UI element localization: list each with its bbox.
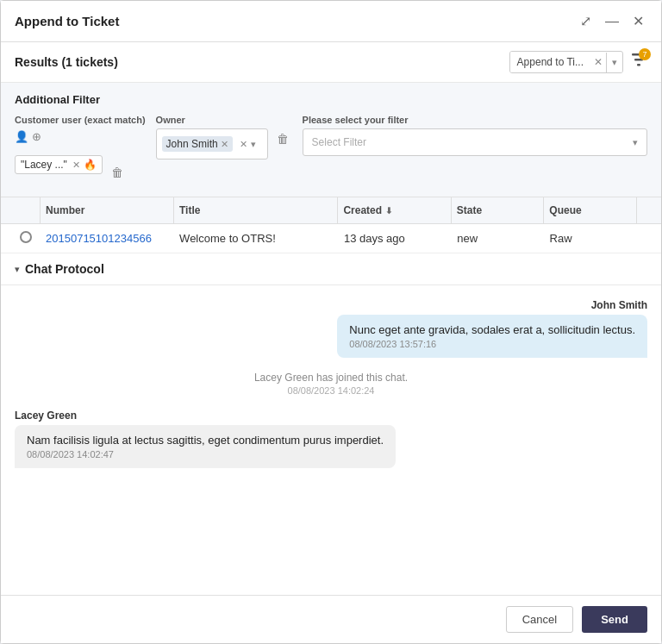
minimize-icon[interactable]: — bbox=[602, 12, 622, 31]
append-button-label: Append to Ti... bbox=[510, 52, 590, 72]
select-filter-group: Please select your filter Select Filter … bbox=[303, 115, 647, 156]
results-table: Number Title Created ⬇ State Queue 20150… bbox=[1, 197, 661, 253]
customer-tag: "Lacey ..." ✕ 🔥 bbox=[15, 155, 103, 174]
customer-tag-text: "Lacey ..." bbox=[21, 159, 67, 171]
td-title: Welcome to OTRS! bbox=[174, 225, 339, 252]
filter-icon-btn[interactable]: 7 bbox=[630, 52, 647, 73]
modal-header-icons: ⤢ — ✕ bbox=[577, 11, 647, 31]
toolbar-right: Append to Ti... ✕ ▾ 7 bbox=[509, 51, 647, 73]
td-check[interactable] bbox=[15, 224, 41, 253]
chat-collapse-icon: ▾ bbox=[15, 264, 20, 275]
th-number-label: Number bbox=[46, 204, 84, 216]
th-empty bbox=[637, 197, 647, 223]
filter-title: Additional Filter bbox=[15, 93, 647, 106]
chat-header-label: Chat Protocol bbox=[25, 262, 104, 276]
msg-sender-lacey: Lacey Green bbox=[15, 410, 77, 422]
owner-chevron-area: ✕ ▾ bbox=[240, 139, 256, 150]
owner-filter-label: Owner bbox=[156, 115, 292, 125]
msg-bubble-lacey: Nam facilisis ligula at lectus sagittis,… bbox=[15, 425, 396, 468]
send-button[interactable]: Send bbox=[582, 606, 647, 633]
th-title: Title bbox=[174, 197, 338, 223]
chat-messages: John Smith Nunc eget ante gravida, sodal… bbox=[1, 285, 661, 595]
customer-tag-container: "Lacey ..." ✕ 🔥 🗑 bbox=[15, 147, 146, 183]
msg-time-lacey: 08/08/2023 14:02:47 bbox=[27, 449, 384, 460]
expand-icon[interactable]: ⤢ bbox=[577, 11, 595, 31]
customer-add-icon[interactable]: ⊕ bbox=[32, 130, 41, 143]
modal-container: Append to Ticket ⤢ — ✕ Results (1 ticket… bbox=[0, 0, 662, 644]
chat-header[interactable]: ▾ Chat Protocol bbox=[1, 253, 661, 285]
system-message-time: 08/08/2023 14:02:24 bbox=[15, 385, 647, 396]
th-select bbox=[15, 197, 41, 223]
append-button[interactable]: Append to Ti... ✕ ▾ bbox=[509, 51, 623, 73]
th-queue: Queue bbox=[544, 197, 637, 223]
customer-filter-icons: 👤 ⊕ bbox=[15, 130, 146, 143]
toolbar-row: Results (1 tickets) Append to Ti... ✕ ▾ … bbox=[1, 42, 661, 83]
customer-filter-label: Customer user (exact match) bbox=[15, 115, 146, 125]
td-queue: Raw bbox=[545, 225, 637, 252]
chat-system-message: Lacey Green has joined this chat. 08/08/… bbox=[15, 372, 647, 396]
th-queue-label: Queue bbox=[549, 204, 581, 216]
td-state: new bbox=[452, 225, 544, 252]
th-title-label: Title bbox=[179, 204, 200, 216]
msg-bubble-john: Nunc eget ante gravida, sodales erat a, … bbox=[337, 315, 647, 358]
select-filter-placeholder: Select Filter bbox=[312, 136, 366, 148]
filter-section: Additional Filter Customer user (exact m… bbox=[1, 83, 661, 197]
th-created-label: Created bbox=[343, 204, 382, 216]
chat-message-john: John Smith Nunc eget ante gravida, sodal… bbox=[15, 299, 647, 358]
msg-text-lacey: Nam facilisis ligula at lectus sagittis,… bbox=[27, 434, 384, 447]
close-icon[interactable]: ✕ bbox=[629, 11, 647, 31]
owner-tag: John Smith ✕ bbox=[162, 136, 233, 152]
customer-delete-btn[interactable]: 🗑 bbox=[108, 162, 127, 183]
owner-chevron-icon[interactable]: ▾ bbox=[251, 139, 256, 150]
th-created[interactable]: Created ⬇ bbox=[338, 197, 451, 223]
modal-footer: Cancel Send bbox=[1, 595, 661, 643]
owner-input-area[interactable]: John Smith ✕ ✕ ▾ bbox=[156, 128, 268, 159]
filter-badge: 7 bbox=[639, 48, 651, 60]
cancel-button[interactable]: Cancel bbox=[506, 606, 573, 633]
customer-tag-remove[interactable]: ✕ bbox=[72, 159, 80, 171]
th-state: State bbox=[452, 197, 545, 223]
table-header: Number Title Created ⬇ State Queue bbox=[1, 197, 661, 224]
select-filter-label: Please select your filter bbox=[303, 115, 647, 125]
td-empty bbox=[637, 232, 647, 246]
td-number[interactable]: 20150715101234566 bbox=[41, 225, 174, 252]
modal-title: Append to Ticket bbox=[15, 14, 119, 28]
select-filter-dropdown[interactable]: Select Filter ▾ bbox=[303, 128, 647, 156]
results-label: Results (1 tickets) bbox=[15, 55, 118, 69]
customer-filter-group: Customer user (exact match) 👤 ⊕ "Lacey .… bbox=[15, 115, 146, 183]
row-radio[interactable] bbox=[20, 231, 32, 243]
chat-message-lacey: Lacey Green Nam facilisis ligula at lect… bbox=[15, 410, 647, 468]
svg-rect-2 bbox=[637, 64, 640, 66]
th-number: Number bbox=[41, 197, 174, 223]
system-message-text: Lacey Green has joined this chat. bbox=[15, 372, 647, 384]
append-button-clear[interactable]: ✕ bbox=[590, 52, 606, 72]
msg-sender-john: John Smith bbox=[591, 299, 647, 311]
owner-filter-group: Owner John Smith ✕ ✕ ▾ 🗑 bbox=[156, 115, 292, 159]
owner-tag-remove[interactable]: ✕ bbox=[221, 139, 228, 150]
modal-header: Append to Ticket ⤢ — ✕ bbox=[1, 1, 661, 42]
table-row: 20150715101234566 Welcome to OTRS! 13 da… bbox=[1, 224, 661, 253]
customer-tag-extra-icon: 🔥 bbox=[84, 159, 97, 171]
customer-person-icon: 👤 bbox=[15, 130, 28, 143]
owner-clear-icon[interactable]: ✕ bbox=[240, 139, 247, 150]
msg-time-john: 08/08/2023 13:57:16 bbox=[349, 339, 635, 349]
msg-text-john: Nunc eget ante gravida, sodales erat a, … bbox=[349, 323, 635, 336]
append-button-chevron[interactable]: ▾ bbox=[606, 53, 622, 72]
select-filter-chevron: ▾ bbox=[633, 137, 638, 148]
owner-tag-text: John Smith bbox=[166, 138, 218, 150]
th-state-label: State bbox=[457, 204, 482, 216]
chat-section: ▾ Chat Protocol John Smith Nunc eget ant… bbox=[1, 253, 661, 595]
filter-row: Customer user (exact match) 👤 ⊕ "Lacey .… bbox=[15, 115, 647, 183]
owner-delete-btn[interactable]: 🗑 bbox=[273, 128, 292, 149]
td-created: 13 days ago bbox=[339, 225, 452, 252]
sort-icon: ⬇ bbox=[385, 206, 392, 216]
